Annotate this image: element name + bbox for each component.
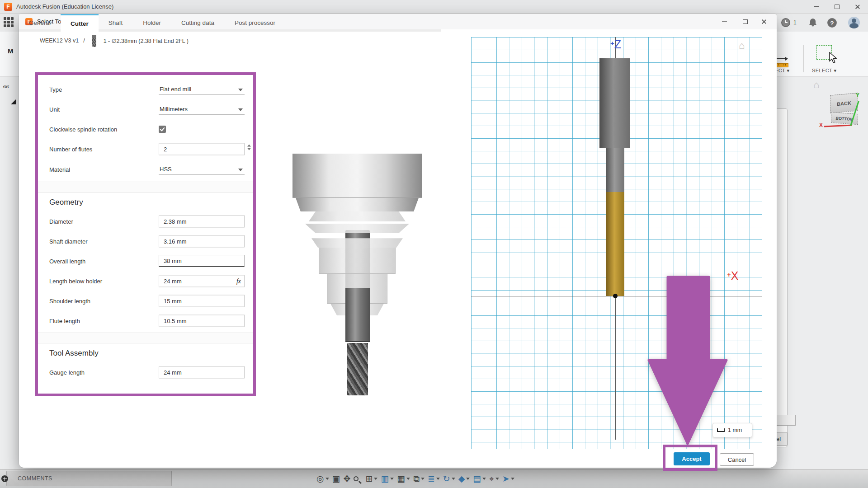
type-label: Type (49, 86, 62, 93)
chevron-down-icon[interactable] (374, 478, 377, 480)
material-row: Material HSS (47, 159, 245, 180)
gauge-length-input[interactable] (159, 366, 245, 379)
simulate-button[interactable]: ➤ (502, 474, 514, 483)
user-avatar[interactable] (848, 17, 860, 28)
comments-bar[interactable]: COMMENTS (6, 471, 172, 486)
material-dropdown[interactable]: HSS (159, 164, 245, 175)
breadcrumb-tool: 1 - ∅2.38mm (2.38 Flat End 2FL ) (104, 38, 189, 44)
dialog-minimize-button[interactable] (715, 14, 733, 29)
canvas-home-icon[interactable]: ⌂ (739, 40, 745, 52)
tab-cutting-data[interactable]: Cutting data (171, 14, 224, 32)
overall-length-input[interactable] (159, 255, 245, 267)
holder-ring2-3d (305, 221, 409, 233)
add-comment-icon[interactable] (1, 475, 8, 482)
length-below-holder-label: Length below holder (49, 278, 102, 285)
app-title: Autodesk Fusion (Education License) (16, 0, 113, 14)
orbit-icon: ◎ (316, 474, 324, 483)
viewcube-home-icon[interactable]: ⌂ (813, 79, 819, 91)
inspect-menu-partial[interactable]: ECT ▾ (775, 68, 789, 74)
window-maximize-button[interactable] (826, 0, 847, 13)
help-button[interactable]: ? (826, 17, 838, 30)
minimize-icon (722, 21, 727, 22)
flute-length-row: Flute length (47, 311, 245, 331)
display-settings-button[interactable]: ▥ (381, 474, 394, 483)
window-minimize-button[interactable] (806, 0, 826, 13)
chevron-down-icon[interactable] (495, 478, 499, 480)
chevron-down-icon[interactable] (466, 478, 470, 480)
tab-shaft[interactable]: Shaft (99, 14, 133, 32)
chevron-down-icon (238, 108, 243, 111)
tool-holder-2d (599, 58, 630, 148)
bell-icon (807, 17, 818, 28)
shaft-diameter-input[interactable] (159, 235, 245, 248)
maximize-icon (835, 5, 840, 9)
look-at-button[interactable]: ▣ (332, 474, 340, 483)
chevron-down-icon[interactable] (390, 478, 394, 480)
material-label: Material (49, 166, 70, 173)
breadcrumb-project[interactable]: WEEK12 V3 v1 (40, 38, 79, 44)
viewcube-x-axis (824, 124, 852, 127)
chevron-down-icon[interactable] (436, 478, 440, 480)
tab-post-processor[interactable]: Post processor (225, 14, 285, 32)
probe-icon: ⌖ (489, 474, 494, 483)
tab-cutter[interactable]: Cutter (61, 14, 99, 32)
refresh-icon: ↻ (443, 474, 450, 483)
tab-holder[interactable]: Holder (133, 14, 171, 32)
length-below-holder-row: Length below holder fx (47, 271, 245, 291)
probe-button[interactable]: ⌖ (489, 474, 499, 483)
flute-length-input[interactable] (159, 315, 245, 327)
zoom-icon (354, 476, 359, 481)
viewcube-back-face[interactable]: BACK (830, 93, 858, 113)
chevron-down-icon[interactable] (482, 478, 486, 480)
zoom-window-button[interactable]: ⊞ (365, 474, 377, 483)
tool-shaft-2d (606, 148, 624, 192)
inspect-ruler-icon (775, 63, 788, 67)
chevron-down-icon[interactable] (326, 478, 329, 480)
refresh-button[interactable]: ↻ (443, 474, 455, 483)
measure-arrow-icon (776, 58, 788, 59)
length-below-holder-input[interactable] (159, 275, 245, 287)
spindle-rotation-checkbox[interactable] (159, 126, 166, 133)
pan-button[interactable]: ✥ (344, 474, 351, 483)
job-status-indicator[interactable]: 1 (780, 17, 797, 28)
select-menu-label[interactable]: SELECT ▾ (812, 68, 836, 74)
accept-button[interactable]: Accept (674, 452, 710, 465)
chevron-down-icon[interactable] (511, 478, 514, 480)
zoom-window-icon: ⊞ (365, 474, 373, 483)
app-launcher-icon[interactable] (4, 17, 14, 27)
unit-value: Millimeters (160, 106, 188, 113)
diameter-input[interactable] (159, 216, 245, 228)
dialog-maximize-button[interactable] (736, 14, 754, 29)
chevron-down-icon[interactable] (406, 478, 410, 480)
notifications-button[interactable] (807, 17, 818, 30)
formula-indicator[interactable]: fx (236, 277, 241, 285)
section-button[interactable]: ≣ (428, 474, 440, 483)
chevron-down-icon[interactable] (421, 478, 425, 480)
orbit-button[interactable]: ◎ (316, 474, 329, 483)
viewcube-y-label: Y (856, 92, 859, 99)
chevron-down-icon[interactable] (452, 478, 455, 480)
unit-dropdown[interactable]: Millimeters (159, 104, 245, 115)
dialog-close-button[interactable] (755, 14, 773, 29)
flutes-stepper[interactable] (247, 145, 251, 150)
shaft-diameter-label: Shaft diameter (49, 238, 88, 245)
shoulder-length-input[interactable] (159, 295, 245, 307)
geometry-heading: Geometry (47, 194, 245, 211)
grid-snap-button[interactable]: ▦ (397, 474, 410, 483)
machine-icon: ▤ (473, 474, 481, 483)
minimize-icon (814, 6, 819, 7)
viewports-button[interactable]: ⧉ (413, 474, 425, 483)
fusion-app-icon: F (4, 3, 12, 11)
window-close-button[interactable] (847, 0, 868, 13)
tab-general[interactable]: General (19, 14, 61, 32)
machine-button[interactable]: ▤ (473, 474, 486, 483)
type-dropdown[interactable]: Flat end mill (159, 84, 245, 95)
collet-body-3d (319, 248, 396, 274)
isometric-view-button[interactable]: ◆ (458, 474, 470, 483)
flutes-input[interactable] (159, 143, 245, 155)
section-divider (38, 182, 253, 192)
zoom-button[interactable] (354, 476, 359, 481)
flute-length-label: Flute length (49, 318, 80, 324)
cancel-button[interactable]: Cancel (720, 453, 754, 466)
collapse-panel-icon[interactable]: «« (3, 82, 9, 90)
